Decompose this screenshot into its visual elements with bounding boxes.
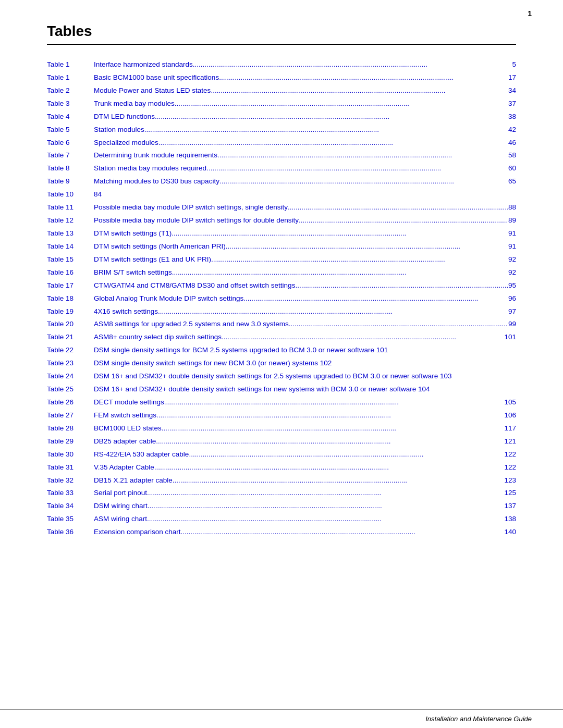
toc-row: Table 17CTM/GATM4 and CTM8/GATM8 DS30 an… (47, 280, 516, 291)
toc-entry[interactable]: DSM single density settings for BCM 2.5 … (94, 345, 516, 356)
toc-label[interactable]: Table 13 (47, 228, 94, 239)
toc-label[interactable]: Table 36 (47, 527, 94, 538)
toc-label[interactable]: Table 14 (47, 241, 94, 252)
toc-label[interactable]: Table 33 (47, 488, 94, 499)
toc-entry[interactable]: ASM8+ country select dip switch settings… (94, 332, 516, 343)
toc-row: Table 28BCM1000 LED states .............… (47, 423, 516, 434)
toc-row: Table 3Trunk media bay modules .........… (47, 98, 516, 109)
toc-entry[interactable]: 84 (94, 189, 516, 200)
toc-row: Table 5Station modules .................… (47, 125, 516, 135)
toc-row: Table 25DSM 16+ and DSM32+ double densit… (47, 384, 516, 395)
toc-entry[interactable]: Determining trunk module requirements ..… (94, 150, 516, 161)
toc-label[interactable]: Table 21 (47, 332, 94, 343)
footer: Installation and Maintenance Guide (0, 709, 563, 728)
toc-label[interactable]: Table 29 (47, 436, 94, 447)
toc-row: Table 1Interface harmonized standards ..… (47, 59, 516, 70)
toc-row: Table 7Determining trunk module requirem… (47, 150, 516, 161)
toc-entry[interactable]: BRIM S/T switch settings ...............… (94, 267, 516, 278)
toc-label[interactable]: Table 25 (47, 384, 94, 395)
toc-label[interactable]: Table 30 (47, 449, 94, 460)
toc-label[interactable]: Table 6 (47, 138, 94, 149)
toc-label[interactable]: Table 28 (47, 423, 94, 434)
toc-entry[interactable]: CTM/GATM4 and CTM8/GATM8 DS30 and offset… (94, 280, 516, 291)
toc-row: Table 6Specialized modules .............… (47, 138, 516, 149)
toc-label[interactable]: Table 34 (47, 501, 94, 512)
toc-entry[interactable]: ASM wiring chart .......................… (94, 514, 516, 525)
toc-label[interactable]: Table 32 (47, 475, 94, 486)
toc-row: Table 2Module Power and Status LED state… (47, 85, 516, 96)
toc-entry[interactable]: Station modules ........................… (94, 125, 516, 135)
toc-row: Table 14DTM switch settings (North Ameri… (47, 241, 516, 252)
toc-label[interactable]: Table 26 (47, 397, 94, 408)
toc-label[interactable]: Table 23 (47, 358, 94, 369)
toc-entry[interactable]: Basic BCM1000 base unit specifications .… (94, 72, 516, 83)
toc-entry[interactable]: Global Analog Trunk Module DIP switch se… (94, 293, 516, 304)
main-content: Tables Table 1Interface harmonized stand… (0, 18, 563, 709)
toc-label[interactable]: Table 11 (47, 202, 94, 213)
toc-entry[interactable]: DSM single density switch settings for n… (94, 358, 516, 369)
toc-entry[interactable]: ASM8 settings for upgraded 2.5 systems a… (94, 319, 516, 330)
toc-label[interactable]: Table 35 (47, 514, 94, 525)
toc-entry[interactable]: DECT module settings ...................… (94, 397, 516, 408)
toc-entry[interactable]: BCM1000 LED states .....................… (94, 423, 516, 434)
toc-entry[interactable]: DB15 X.21 adapter cable ................… (94, 475, 516, 486)
toc-row: Table 33Serial port pinout .............… (47, 488, 516, 499)
toc-row: Table 11Possible media bay module DIP sw… (47, 202, 516, 213)
toc-entry[interactable]: Trunk media bay modules ................… (94, 98, 516, 109)
toc-row: Table 29DB25 adapter cable .............… (47, 436, 516, 447)
toc-entry[interactable]: Interface harmonized standards .........… (94, 59, 516, 70)
toc-label[interactable]: Table 31 (47, 462, 94, 473)
toc-label[interactable]: Table 22 (47, 345, 94, 356)
toc-label[interactable]: Table 4 (47, 112, 94, 122)
toc-entry[interactable]: DTM switch settings (T1) ...............… (94, 228, 516, 239)
toc-label[interactable]: Table 24 (47, 371, 94, 382)
toc-row: Table 16BRIM S/T switch settings .......… (47, 267, 516, 278)
toc-label[interactable]: Table 8 (47, 163, 94, 174)
toc-entry[interactable]: DSM wiring chart .......................… (94, 501, 516, 512)
toc-row: Table 8Station media bay modules require… (47, 163, 516, 174)
toc-entry[interactable]: DSM 16+ and DSM32+ double density switch… (94, 384, 516, 395)
toc-entry[interactable]: V.35 Adapter Cable .....................… (94, 462, 516, 473)
toc-label[interactable]: Table 12 (47, 215, 94, 226)
toc-entry[interactable]: DSM 16+ and DSM32+ double density switch… (94, 371, 516, 382)
toc-row: Table 34DSM wiring chart ...............… (47, 501, 516, 512)
toc-label[interactable]: Table 1 (47, 59, 94, 70)
toc-row: Table 26DECT module settings ...........… (47, 397, 516, 408)
footer-text: Installation and Maintenance Guide (425, 715, 532, 723)
toc-row: Table 15DTM switch settings (E1 and UK P… (47, 254, 516, 265)
toc-row: Table 20ASM8 settings for upgraded 2.5 s… (47, 319, 516, 330)
toc-entry[interactable]: Extension comparison chart .............… (94, 527, 516, 538)
toc-label[interactable]: Table 5 (47, 125, 94, 135)
toc-entry[interactable]: FEM switch settings ....................… (94, 410, 516, 421)
toc-label[interactable]: Table 19 (47, 306, 94, 317)
toc-entry[interactable]: Matching modules to DS30 bus capacity ..… (94, 176, 516, 187)
toc-label[interactable]: Table 16 (47, 267, 94, 278)
toc-label[interactable]: Table 27 (47, 410, 94, 421)
toc-label[interactable]: Table 1 (47, 72, 94, 83)
toc-label[interactable]: Table 20 (47, 319, 94, 330)
toc-label[interactable]: Table 10 (47, 189, 94, 200)
toc-entry[interactable]: DTM LED functions ......................… (94, 112, 516, 122)
toc-entry[interactable]: Serial port pinout .....................… (94, 488, 516, 499)
toc-row: Table 27FEM switch settings ............… (47, 410, 516, 421)
toc-entry[interactable]: Specialized modules ....................… (94, 138, 516, 149)
toc-entry[interactable]: Possible media bay module DIP switch set… (94, 202, 516, 213)
toc-label[interactable]: Table 18 (47, 293, 94, 304)
toc-row: Table 12Possible media bay module DIP sw… (47, 215, 516, 226)
toc-label[interactable]: Table 15 (47, 254, 94, 265)
toc-entry[interactable]: Possible media bay module DIP switch set… (94, 215, 516, 226)
toc-label[interactable]: Table 17 (47, 280, 94, 291)
toc-row: Table 30RS-422/EIA 530 adapter cable ...… (47, 449, 516, 460)
toc-label[interactable]: Table 2 (47, 85, 94, 96)
toc-entry[interactable]: Station media bay modules required .....… (94, 163, 516, 174)
toc-label[interactable]: Table 9 (47, 176, 94, 187)
toc-entry[interactable]: DB25 adapter cable .....................… (94, 436, 516, 447)
toc-entry[interactable]: Module Power and Status LED states .....… (94, 85, 516, 96)
toc-entry[interactable]: DTM switch settings (North American PRI)… (94, 241, 516, 252)
toc-label[interactable]: Table 3 (47, 98, 94, 109)
toc-row: Table 23DSM single density switch settin… (47, 358, 516, 369)
toc-entry[interactable]: DTM switch settings (E1 and UK PRI) ....… (94, 254, 516, 265)
toc-entry[interactable]: 4X16 switch settings ...................… (94, 306, 516, 317)
toc-label[interactable]: Table 7 (47, 150, 94, 161)
toc-entry[interactable]: RS-422/EIA 530 adapter cable ...........… (94, 449, 516, 460)
